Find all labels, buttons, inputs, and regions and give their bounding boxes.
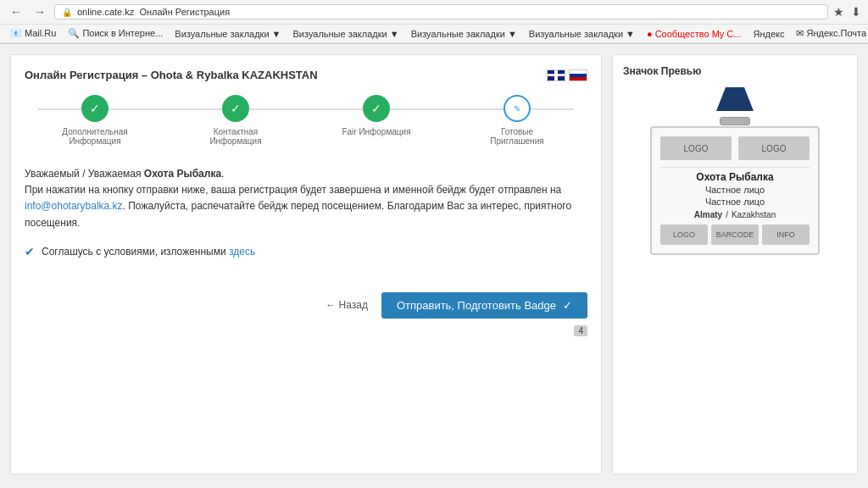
step-circle-4: ✎ (504, 95, 531, 122)
bookmark-mailru[interactable]: 📧 Mail.Ru (7, 27, 59, 40)
preview-title: Значок Превью (623, 65, 847, 77)
bookmark-viz1[interactable]: Визуальные закладки ▼ (171, 28, 284, 40)
lock-icon: 🔒 (62, 8, 72, 17)
badge-card: LOGO LOGO Охота Рыбалка Частное лицо Час… (650, 126, 820, 255)
paragraph1-text: При нажатии на кнопку отправки ниже, ваш… (25, 184, 561, 196)
submit-check-icon: ✓ (563, 299, 572, 312)
submit-label: Отправить, Подготовить Badge (397, 299, 556, 312)
lanyard (716, 87, 754, 111)
bookmark-yandex-mail[interactable]: ✉ Яндекс.Почта (793, 27, 868, 40)
badge-sep: / (726, 210, 728, 219)
badge-preview: LOGO LOGO Охота Рыбалка Частное лицо Час… (623, 87, 847, 255)
badge-name: Охота Рыбалка (660, 171, 810, 183)
step-fair: ✓ Fair Информация (306, 95, 447, 136)
badge-logo-right: LOGO (738, 136, 810, 160)
bookmark-viz4[interactable]: Визуальные закладки ▼ (526, 28, 638, 40)
badge-logo-left: LOGO (660, 136, 732, 160)
welcome-name: Охота Рыбалка (144, 168, 221, 180)
badge-bottom-info: INFO (762, 225, 810, 245)
badge-counter: 4 (574, 325, 587, 336)
star-icon[interactable]: ★ (833, 5, 844, 19)
step-circle-1: ✓ (81, 95, 108, 122)
browser-icons: ★ ⬇ (833, 5, 861, 19)
panel-title: Онлайн Регистрация – Ohota & Rybalka KAZ… (25, 69, 587, 81)
submit-button[interactable]: Отправить, Подготовить Badge ✓ (381, 292, 587, 319)
step-label-1: Дополнительная Информация (53, 127, 137, 146)
badge-bottom-logo: LOGO (660, 225, 708, 245)
address-text: online.cate.kz (77, 7, 134, 17)
bookmark-viz2[interactable]: Визуальные закладки ▼ (290, 28, 403, 40)
badge-location: Almaty / Kazakhstan (660, 210, 810, 219)
terms-text: Соглашусь с условиями, изложенными здесь (42, 246, 255, 258)
step-label-3: Fair Информация (342, 127, 410, 136)
page-title-browser: Онлайн Регистрация (139, 7, 230, 17)
step-circle-3: ✓ (363, 95, 390, 122)
badge-city: Almaty (694, 210, 722, 219)
step-label-4: Готовые Приглашения (475, 127, 559, 146)
bookmark-viz3[interactable]: Визуальные закладки ▼ (408, 28, 520, 40)
download-icon[interactable]: ⬇ (851, 5, 861, 19)
bookmark-yandex[interactable]: Яндекс (749, 28, 787, 40)
terms-label: Соглашусь с условиями, изложенными (42, 246, 229, 258)
browser-toolbar: ← → 🔒 online.cate.kz Онлайн Регистрация … (0, 0, 868, 25)
step-label-2: Контактная Информация (193, 127, 278, 146)
badge-clip (720, 117, 750, 125)
browser-chrome: ← → 🔒 online.cate.kz Онлайн Регистрация … (0, 0, 868, 44)
badge-divider (660, 167, 810, 168)
steps-container: ✓ Дополнительная Информация ✓ Контактная… (25, 95, 587, 146)
bookmark-search[interactable]: 🔍 Поиск в Интерне... (64, 27, 166, 40)
left-panel: Онлайн Регистрация – Ohota & Rybalka KAZ… (10, 54, 602, 474)
checkbox-area: ✔ Соглашусь с условиями, изложенными зде… (25, 245, 587, 258)
panel-title-text: Онлайн Регистрация – Ohota & Rybalka KAZ… (25, 69, 318, 81)
flag-icons (547, 69, 587, 81)
badge-logos-row: LOGO LOGO (660, 136, 810, 160)
flag-uk[interactable] (547, 69, 565, 81)
content-area: Онлайн Регистрация – Ohota & Rybalka KAZ… (0, 44, 868, 485)
badge-sub2: Частное лицо (660, 197, 810, 207)
flag-ru[interactable] (569, 69, 587, 81)
step-contact: ✓ Контактная Информация (165, 95, 306, 146)
welcome-prefix: Уважаемый / Уважаемая (25, 168, 144, 180)
bookmark-opera[interactable]: ● Сообщество My С... (643, 28, 745, 40)
terms-link[interactable]: здесь (229, 246, 255, 258)
step-circle-2: ✓ (222, 95, 249, 122)
welcome-text: Уважаемый / Уважаемая Охота Рыбалка. При… (25, 166, 587, 231)
checkbox-checked-icon[interactable]: ✔ (25, 245, 35, 258)
back-button[interactable]: ← Назад (326, 299, 368, 311)
badge-sub1: Частное лицо (660, 185, 810, 195)
right-panel: Значок Превью LOGO LOGO Охота Рыбалка Ча… (612, 54, 858, 474)
step-additional: ✓ Дополнительная Информация (25, 95, 165, 146)
badge-bottom-barcode: BARCODE (711, 225, 759, 245)
address-bar[interactable]: 🔒 online.cate.kz Онлайн Регистрация (54, 4, 828, 19)
welcome-period: . (221, 168, 224, 180)
action-row: ← Назад Отправить, Подготовить Badge ✓ (25, 292, 587, 319)
step-ready: ✎ Готовые Приглашения (447, 95, 587, 146)
forward-button[interactable]: → (31, 3, 49, 20)
email-link[interactable]: info@ohotarybalka.kz (25, 200, 123, 212)
badge-bottom-row: LOGO BARCODE INFO (660, 225, 810, 245)
badge-info: Охота Рыбалка Частное лицо Частное лицо … (660, 171, 810, 219)
badge-country: Kazakhstan (732, 210, 776, 219)
bookmarks-bar: 📧 Mail.Ru 🔍 Поиск в Интерне... Визуальны… (0, 25, 868, 43)
back-button[interactable]: ← (7, 3, 25, 20)
